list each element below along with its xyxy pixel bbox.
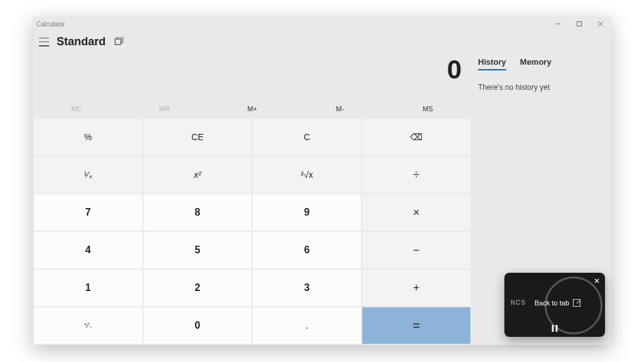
key-8[interactable]: 8 <box>143 194 252 231</box>
square-label: x² <box>194 170 201 180</box>
titlebar: Calculator <box>33 16 611 31</box>
key-negate[interactable]: ⁺⁄₋ <box>34 307 142 344</box>
tab-memory[interactable]: Memory <box>520 57 552 70</box>
memory-row: MC MR M+ M- MS <box>33 99 472 119</box>
backspace-icon: ⌫ <box>410 132 423 142</box>
mode-title: Standard <box>57 35 106 48</box>
key-5[interactable]: 5 <box>143 232 252 268</box>
pip-pause-icon[interactable] <box>552 325 558 332</box>
key-sqrt[interactable]: ²√x <box>253 156 361 193</box>
pip-back-label: Back to tab <box>535 299 569 307</box>
tab-history[interactable]: History <box>478 57 506 70</box>
window-controls <box>547 16 611 31</box>
key-reciprocal[interactable]: ¹⁄ₓ <box>34 156 142 193</box>
key-2[interactable]: 2 <box>143 270 252 306</box>
mem-mr[interactable]: MR <box>121 99 209 119</box>
minimize-button[interactable] <box>547 16 569 31</box>
key-divide[interactable]: ÷ <box>362 156 470 193</box>
pip-back-to-tab[interactable]: Back to tab <box>535 299 580 307</box>
display: 0 <box>33 48 472 86</box>
open-in-tab-icon <box>573 299 580 307</box>
header: Standard <box>33 31 611 48</box>
history-empty-text: There's no history yet <box>478 83 605 92</box>
key-plus[interactable]: + <box>362 270 470 306</box>
keypad: % CE C ⌫ ¹⁄ₓ x² ²√x ÷ 7 8 9 × 4 5 6 − 1 <box>33 119 472 345</box>
key-c[interactable]: C <box>253 119 361 155</box>
menu-icon[interactable] <box>39 38 49 47</box>
key-3[interactable]: 3 <box>253 270 361 306</box>
svg-rect-1 <box>577 22 582 26</box>
mem-ms[interactable]: MS <box>384 99 472 119</box>
window-title: Calculator <box>36 21 65 28</box>
maximize-button[interactable] <box>569 16 590 31</box>
key-percent[interactable]: % <box>34 119 142 155</box>
key-0[interactable]: 0 <box>143 307 252 344</box>
svg-rect-4 <box>115 39 121 45</box>
key-decimal[interactable]: . <box>253 307 361 344</box>
key-square[interactable]: x² <box>143 156 252 193</box>
pip-close-icon[interactable]: ✕ <box>594 277 600 285</box>
pip-overlay[interactable]: NCS ✕ Back to tab <box>504 273 605 337</box>
calc-panel: 0 MC MR M+ M- MS % CE C ⌫ ¹⁄ₓ x² ²√x ÷ 7 <box>33 48 472 345</box>
pip-brand: NCS <box>511 299 526 306</box>
key-6[interactable]: 6 <box>253 232 361 268</box>
key-minus[interactable]: − <box>362 232 470 268</box>
keep-on-top-icon[interactable] <box>114 37 125 47</box>
key-1[interactable]: 1 <box>34 270 142 306</box>
key-ce[interactable]: CE <box>143 119 252 155</box>
tabs: History Memory <box>478 52 605 70</box>
mem-mminus[interactable]: M- <box>296 99 384 119</box>
key-9[interactable]: 9 <box>253 194 361 231</box>
mem-mplus[interactable]: M+ <box>208 99 296 119</box>
key-4[interactable]: 4 <box>34 232 142 268</box>
key-7[interactable]: 7 <box>34 194 142 231</box>
close-button[interactable] <box>590 16 611 31</box>
key-multiply[interactable]: × <box>362 194 470 231</box>
key-equals[interactable]: = <box>362 307 470 344</box>
key-backspace[interactable]: ⌫ <box>362 119 470 155</box>
mem-mc[interactable]: MC <box>33 99 121 119</box>
